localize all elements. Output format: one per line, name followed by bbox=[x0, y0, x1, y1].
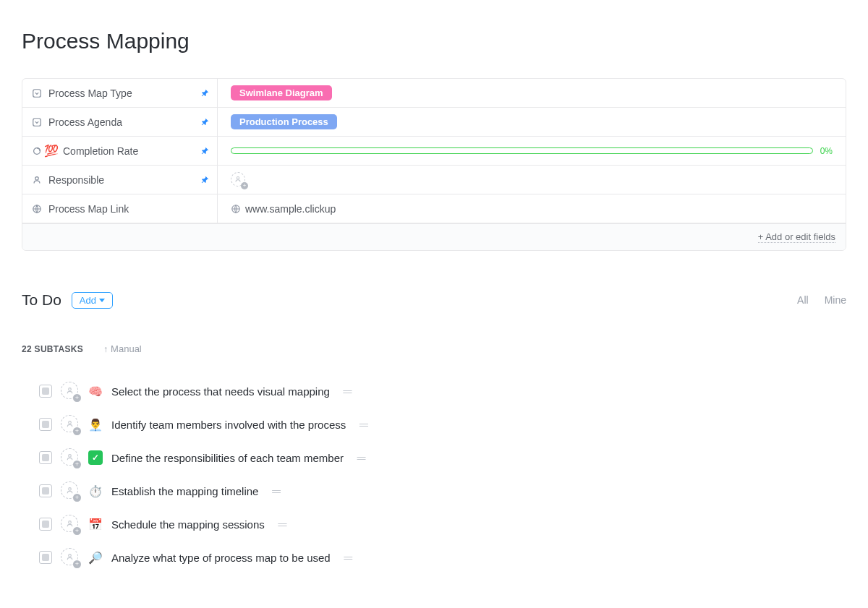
page-title: Process Mapping bbox=[22, 29, 846, 53]
field-name: Process Agenda bbox=[48, 116, 210, 128]
task-emoji-icon: ⏱️ bbox=[88, 484, 103, 498]
status-checkbox[interactable] bbox=[39, 418, 52, 431]
add-assignee-button[interactable]: + bbox=[61, 481, 80, 500]
subtask-row[interactable]: +📅Schedule the mapping sessions== bbox=[39, 508, 846, 541]
custom-fields-table: Process Map Type Swimlane Diagram Proces… bbox=[22, 78, 846, 251]
svg-point-4 bbox=[237, 176, 239, 179]
field-value-cell[interactable]: Production Process bbox=[218, 108, 846, 136]
subtask-row[interactable]: +🔎Analyze what type of process map to be… bbox=[39, 541, 846, 574]
subtask-row[interactable]: +✓Define the responsibilities of each te… bbox=[39, 441, 846, 474]
subtask-row[interactable]: +👨‍💼Identify team members involved with … bbox=[39, 408, 846, 441]
plus-badge-icon: + bbox=[73, 461, 81, 468]
status-checkbox[interactable] bbox=[39, 385, 52, 398]
tag-process-map-type[interactable]: Swimlane Diagram bbox=[231, 85, 332, 100]
svg-point-3 bbox=[35, 176, 38, 179]
plus-badge-icon: + bbox=[241, 182, 248, 189]
svg-rect-1 bbox=[33, 118, 41, 126]
link-text[interactable]: www.sample.clickup bbox=[245, 203, 336, 215]
todo-header: To Do Add All Mine bbox=[22, 291, 846, 309]
add-button-label: Add bbox=[80, 295, 96, 306]
todo-filters: All Mine bbox=[797, 294, 846, 306]
drag-handle-icon[interactable]: == bbox=[343, 386, 351, 397]
drag-handle-icon[interactable]: == bbox=[278, 519, 286, 530]
todo-section: To Do Add All Mine 22 SUBTASKS ↑ Manual … bbox=[22, 291, 846, 574]
caret-down-icon bbox=[99, 299, 105, 302]
progress-bar[interactable] bbox=[231, 147, 813, 154]
field-row-process-agenda: Process Agenda Production Process bbox=[22, 108, 846, 137]
field-row-process-map-link: Process Map Link www.sample.clickup bbox=[22, 194, 846, 223]
tag-process-agenda[interactable]: Production Process bbox=[231, 114, 337, 129]
add-assignee-button[interactable]: + bbox=[61, 515, 80, 534]
task-emoji-icon: 📅 bbox=[88, 517, 103, 531]
add-edit-fields-link[interactable]: + Add or edit fields bbox=[758, 231, 835, 243]
field-name: Completion Rate bbox=[63, 145, 210, 157]
field-label-cell[interactable]: Process Map Type bbox=[22, 79, 218, 107]
add-assignee-button[interactable]: + bbox=[61, 382, 80, 401]
field-row-responsible: Responsible + bbox=[22, 166, 846, 194]
field-label-cell[interactable]: Process Agenda bbox=[22, 108, 218, 136]
progress-field-icon bbox=[31, 145, 43, 157]
drag-handle-icon[interactable]: == bbox=[357, 453, 365, 463]
status-checkbox[interactable] bbox=[39, 451, 52, 464]
field-value-cell[interactable]: www.sample.clickup bbox=[218, 194, 846, 223]
svg-point-12 bbox=[68, 554, 71, 557]
subtasks-meta: 22 SUBTASKS ↑ Manual bbox=[22, 343, 846, 354]
add-assignee-button[interactable]: + bbox=[231, 172, 247, 188]
sort-manual[interactable]: ↑ Manual bbox=[103, 343, 142, 354]
pin-icon[interactable] bbox=[200, 88, 210, 98]
checkbox-inner bbox=[42, 487, 49, 494]
pin-icon[interactable] bbox=[200, 175, 210, 185]
field-value-cell[interactable]: 0% bbox=[218, 137, 846, 165]
add-assignee-button[interactable]: + bbox=[61, 448, 80, 467]
status-checkbox[interactable] bbox=[39, 484, 52, 497]
checkbox-inner bbox=[42, 421, 49, 428]
subtask-row[interactable]: +⏱️Establish the mapping timeline== bbox=[39, 474, 846, 508]
checkbox-inner bbox=[42, 388, 49, 395]
filter-mine[interactable]: Mine bbox=[825, 294, 846, 306]
field-label-cell[interactable]: Responsible bbox=[22, 166, 218, 194]
status-checkbox[interactable] bbox=[39, 518, 52, 531]
plus-badge-icon: + bbox=[73, 560, 81, 568]
task-title[interactable]: Schedule the mapping sessions bbox=[111, 518, 265, 531]
task-emoji-icon: ✓ bbox=[88, 450, 103, 465]
filter-all[interactable]: All bbox=[797, 294, 809, 306]
field-label-cell[interactable]: 💯 Completion Rate bbox=[22, 137, 218, 165]
arrow-up-icon: ↑ bbox=[103, 344, 108, 354]
todo-title: To Do bbox=[22, 291, 61, 309]
task-title[interactable]: Identify team members involved with the … bbox=[111, 419, 346, 431]
add-assignee-button[interactable]: + bbox=[61, 548, 80, 567]
task-emoji-icon: 👨‍💼 bbox=[88, 417, 103, 432]
add-button[interactable]: Add bbox=[72, 292, 113, 309]
task-title[interactable]: Analyze what type of process map to be u… bbox=[111, 552, 331, 564]
task-title[interactable]: Define the responsibilities of each team… bbox=[111, 452, 344, 464]
person-field-icon bbox=[31, 174, 43, 186]
drag-handle-icon[interactable]: == bbox=[271, 486, 279, 497]
task-emoji-icon: 🔎 bbox=[88, 550, 103, 565]
task-title[interactable]: Select the process that needs visual map… bbox=[111, 385, 330, 398]
plus-badge-icon: + bbox=[73, 494, 81, 502]
svg-point-10 bbox=[68, 487, 71, 490]
field-name: Responsible bbox=[48, 174, 210, 186]
progress-bar-wrap: 0% bbox=[231, 146, 833, 156]
globe-field-icon bbox=[31, 203, 43, 215]
globe-icon bbox=[231, 204, 241, 214]
subtask-row[interactable]: +🧠Select the process that needs visual m… bbox=[39, 374, 846, 408]
field-label-cell[interactable]: Process Map Link bbox=[22, 194, 218, 223]
add-fields-row: + Add or edit fields bbox=[22, 223, 846, 250]
hundred-emoji-icon: 💯 bbox=[46, 145, 57, 157]
field-value-cell[interactable]: Swimlane Diagram bbox=[218, 79, 846, 107]
task-emoji-icon: 🧠 bbox=[88, 384, 103, 398]
drag-handle-icon[interactable]: == bbox=[359, 419, 367, 430]
plus-badge-icon: + bbox=[73, 427, 81, 435]
svg-point-9 bbox=[68, 454, 71, 457]
add-assignee-button[interactable]: + bbox=[61, 415, 80, 434]
status-checkbox[interactable] bbox=[39, 551, 52, 564]
field-name: Process Map Type bbox=[48, 87, 210, 99]
svg-rect-0 bbox=[33, 89, 41, 97]
checkbox-inner bbox=[42, 521, 49, 528]
field-value-cell[interactable]: + bbox=[218, 166, 846, 194]
task-title[interactable]: Establish the mapping timeline bbox=[111, 485, 258, 497]
drag-handle-icon[interactable]: == bbox=[344, 552, 352, 563]
pin-icon[interactable] bbox=[200, 146, 210, 156]
pin-icon[interactable] bbox=[200, 117, 210, 127]
